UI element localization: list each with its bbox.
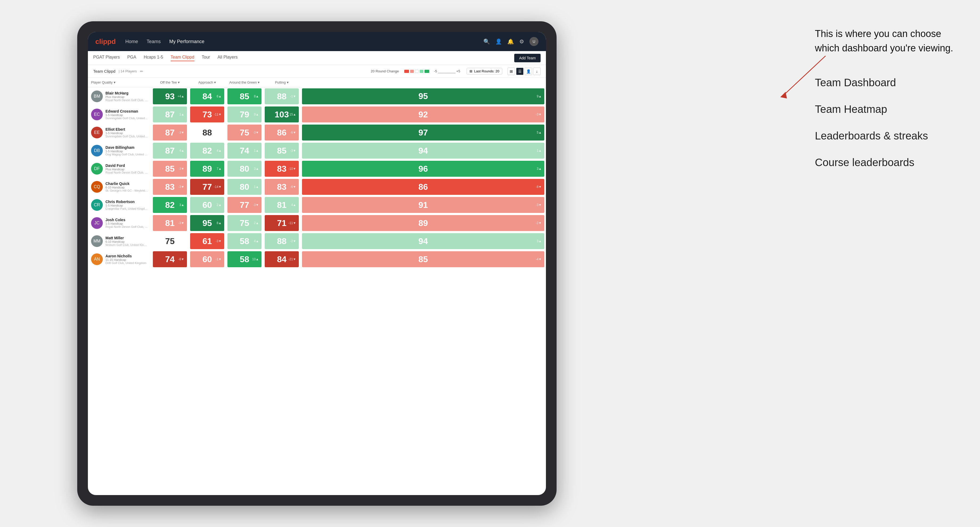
subnav-links: PGAT Players PGA Hcaps 1-5 Team Clippd T… (93, 55, 514, 61)
score-box: 943▲ (302, 233, 544, 249)
score-delta-arrow: +4▲ (177, 94, 184, 98)
score-cell-4-0: 85-3▼ (151, 160, 189, 178)
subnav-pgat[interactable]: PGAT Players (93, 55, 120, 61)
color-scale-bar (404, 70, 429, 73)
col-player-quality[interactable]: Player Quality ▾ (88, 78, 151, 87)
player-info: Chris Robertson1-5 HandicapCraigmillar P… (105, 200, 148, 210)
user-icon[interactable]: 👤 (495, 38, 502, 45)
score-box: 963▲ (302, 161, 544, 177)
player-cell-5[interactable]: CQCharlie Quick6-10 HandicapSt. George's… (88, 178, 151, 196)
search-icon[interactable]: 🔍 (483, 38, 490, 45)
score-cell-1-4: 92-3▼ (301, 105, 546, 124)
annotation-panel: This is where you can choose which dashb… (815, 27, 964, 183)
tablet-frame: clippd Home Teams My Performance 🔍 👤 🔔 ⚙… (77, 21, 557, 506)
option-leaderboards: Leaderboards & streaks (815, 130, 964, 142)
score-value: 92 (418, 110, 428, 119)
score-cell-2-3: 86-6▼ (263, 124, 301, 141)
player-club: Sunningdale Golf Club, United Kingdom (105, 135, 148, 138)
tablet-screen: clippd Home Teams My Performance 🔍 👤 🔔 ⚙… (88, 32, 546, 495)
add-team-button[interactable]: Add Team (514, 54, 541, 62)
nav-home[interactable]: Home (126, 39, 138, 44)
score-delta: -2▼ (290, 239, 296, 243)
player-avatar: JC (91, 217, 103, 229)
score-delta-arrow: 1▲ (254, 149, 259, 152)
score-cell-9-3: 84-21▼ (263, 250, 301, 268)
team-header: Team Clippd | 14 Players ✏ 20 Round Chan… (88, 65, 546, 78)
view-grid-button[interactable]: ⊞ (508, 68, 515, 75)
score-delta: -3▼ (536, 203, 542, 207)
score-cell-5-1: 77-14▼ (189, 178, 226, 196)
plus-minus-label: -5 _________ +5 (434, 69, 460, 73)
edit-icon[interactable]: ✏ (140, 69, 143, 73)
score-delta: -8▼ (536, 185, 542, 189)
score-cell-6-4: 91-3▼ (301, 196, 546, 214)
score-delta: -11▼ (214, 113, 221, 116)
nav-my-performance[interactable]: My Performance (169, 39, 205, 44)
player-cell-8[interactable]: MMMatt Miller6-10 HandicapWoburn Golf Cl… (88, 232, 151, 250)
subnav-pga[interactable]: PGA (127, 55, 136, 61)
score-box: 86-6▼ (265, 125, 299, 141)
player-avatar: EC (91, 109, 103, 120)
score-cell-7-1: 958▲ (189, 214, 226, 232)
user-avatar[interactable]: U (530, 37, 538, 46)
score-cell-8-0: 75 (151, 232, 189, 250)
score-cell-4-4: 963▲ (301, 160, 546, 178)
player-cell-0[interactable]: BMBlair McHargPlus HandicapRoyal North D… (88, 87, 151, 106)
score-cell-8-1: 61-3▼ (189, 232, 226, 250)
score-box: 584▲ (228, 233, 261, 249)
player-info: Aaron Nicholls11-15 HandicapDrift Golf C… (105, 254, 146, 265)
score-value: 74 (240, 146, 249, 156)
score-delta: -6▼ (290, 131, 296, 135)
view-list-button[interactable]: ☰ (516, 68, 523, 75)
player-cell-7[interactable]: JCJosh Coles1-5 HandicapRoyal North Devo… (88, 214, 151, 232)
score-cell-0-4: 959▲ (301, 87, 546, 106)
player-info: David FordPlus HandicapRoyal North Devon… (105, 163, 148, 174)
player-handicap: 6-10 Handicap (105, 240, 148, 243)
col-off-tee[interactable]: Off the Tee ▾ (151, 78, 189, 87)
score-value: 88 (277, 237, 286, 246)
score-cell-0-3: 88-1▼ (263, 87, 301, 106)
subnav-hcaps[interactable]: Hcaps 1-5 (144, 55, 163, 61)
subnav-tour[interactable]: Tour (202, 55, 210, 61)
last-rounds-button[interactable]: ⊞ Last Rounds: 20 (466, 68, 502, 75)
score-cell-1-0: 871▲ (151, 105, 189, 124)
view-download-button[interactable]: ↓ (533, 68, 541, 75)
subnav-team-clippd[interactable]: Team Clippd (171, 55, 194, 61)
score-cell-7-0: 81-3▼ (151, 214, 189, 232)
player-cell-9[interactable]: ANAaron Nicholls11-15 HandicapDrift Golf… (88, 250, 151, 268)
score-box: 93+4▲ (153, 88, 187, 104)
player-cell-6[interactable]: CRChris Robertson1-5 HandicapCraigmillar… (88, 196, 151, 214)
score-value: 86 (418, 182, 428, 192)
score-delta-arrow: 1▲ (536, 149, 542, 152)
score-cell-4-2: 803▲ (226, 160, 263, 178)
score-cell-2-2: 75-3▼ (226, 124, 263, 141)
col-putting[interactable]: Putting ▾ (263, 78, 301, 87)
view-person-button[interactable]: 👤 (525, 68, 532, 75)
player-club: Woburn Golf Club, United Kingdom (105, 243, 148, 246)
player-name: Matt Miller (105, 236, 148, 240)
score-delta-arrow: 10▲ (252, 257, 259, 261)
score-delta-arrow: 4▲ (179, 149, 184, 152)
col-approach[interactable]: Approach ▾ (189, 78, 226, 87)
score-cell-0-2: 858▲ (226, 87, 263, 106)
score-cell-7-4: 89-2▼ (301, 214, 546, 232)
score-delta: 1▲ (254, 185, 259, 189)
score-box: 874▲ (153, 143, 187, 159)
score-value: 88 (202, 128, 212, 138)
player-cell-3[interactable]: DBDave Billingham1-5 HandicapGog Magog G… (88, 141, 151, 160)
score-box: 858▲ (228, 88, 261, 104)
player-name: Charlie Quick (105, 181, 148, 186)
player-cell-1[interactable]: ECEdward Crossman1-5 HandicapSunningdale… (88, 105, 151, 124)
subnav-all-players[interactable]: All Players (218, 55, 238, 61)
settings-icon[interactable]: ⚙ (519, 38, 524, 45)
score-value: 87 (165, 110, 175, 119)
nav-teams[interactable]: Teams (147, 39, 161, 44)
player-cell-2[interactable]: EEElliot Ebert1-5 HandicapSunningdale Go… (88, 124, 151, 141)
bell-icon[interactable]: 🔔 (508, 38, 514, 45)
player-cell-4[interactable]: DFDavid FordPlus HandicapRoyal North Dev… (88, 160, 151, 178)
score-delta-arrow: 8▲ (254, 94, 259, 98)
score-cell-2-4: 975▲ (301, 124, 546, 141)
score-value: 75 (165, 237, 175, 246)
round-change-label: 20 Round Change (371, 69, 399, 73)
col-around-green[interactable]: Around the Green ▾ (226, 78, 263, 87)
